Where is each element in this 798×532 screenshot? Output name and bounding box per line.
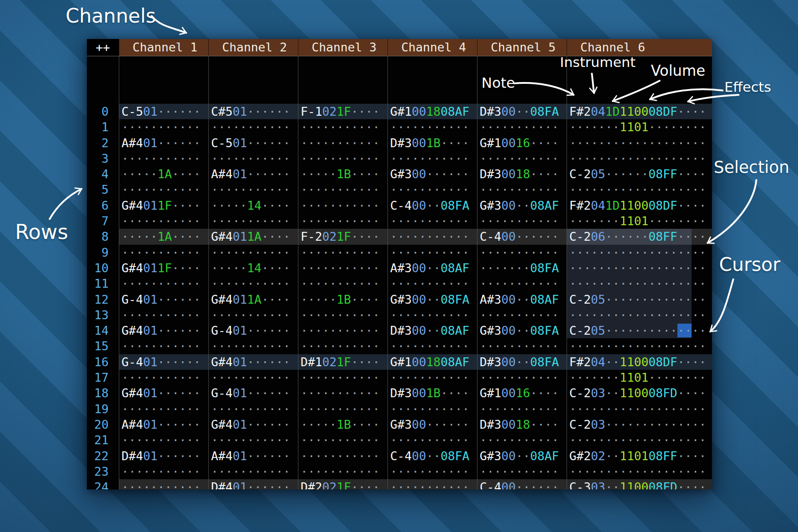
note-field[interactable]: C-2 — [569, 230, 591, 243]
pattern-cell[interactable]: ·······1101········ — [567, 119, 712, 135]
volume-field[interactable]: ·· — [605, 371, 620, 384]
effect-field-1[interactable]: ···· — [441, 183, 469, 196]
pattern-cell[interactable]: ··········· — [477, 276, 567, 291]
effect-field-1[interactable]: ···· — [441, 465, 469, 478]
pattern-cell[interactable]: ·····14···· — [208, 198, 298, 213]
instrument-field[interactable]: 05 — [591, 293, 606, 306]
volume-field[interactable]: ·· — [157, 480, 172, 489]
note-field[interactable]: C-3 — [569, 480, 591, 489]
volume-field[interactable]: ·· — [516, 324, 530, 337]
effect-field-1[interactable]: ···· — [620, 136, 649, 150]
note-field[interactable]: ··· — [211, 308, 233, 322]
volume-field[interactable]: ·· — [426, 246, 441, 259]
effect-field-3[interactable]: ···· — [677, 324, 706, 337]
effect-field-1[interactable]: ···· — [441, 386, 469, 400]
volume-field[interactable]: ·· — [605, 324, 620, 337]
effect-field-1[interactable]: 08FA — [530, 324, 559, 337]
pattern-cell[interactable]: ··········· — [119, 401, 208, 417]
effect-field-1[interactable]: ···· — [262, 465, 290, 478]
note-field[interactable]: G#2 — [569, 449, 591, 463]
instrument-field[interactable]: 06 — [591, 230, 606, 243]
effect-field-1[interactable]: ···· — [441, 308, 469, 322]
pattern-cell[interactable]: ··················· — [567, 464, 712, 479]
volume-field[interactable]: ·· — [336, 449, 351, 463]
volume-field[interactable]: 14 — [247, 261, 262, 275]
instrument-field[interactable]: ·· — [322, 402, 337, 416]
volume-field[interactable]: 1B — [426, 136, 441, 150]
effect-field-1[interactable]: ···· — [441, 277, 469, 290]
pattern-cell[interactable]: ··········· — [477, 338, 567, 354]
effect-field-3[interactable]: ···· — [677, 230, 706, 243]
note-field[interactable]: ··· — [301, 199, 322, 212]
instrument-field[interactable]: ·· — [322, 339, 337, 353]
volume-field[interactable]: ·· — [336, 339, 351, 353]
effect-field-1[interactable]: ···· — [351, 402, 380, 416]
effect-field-1[interactable]: ···· — [620, 152, 649, 165]
instrument-field[interactable]: ·· — [233, 152, 247, 165]
instrument-field[interactable]: 01 — [143, 449, 158, 463]
instrument-field[interactable]: 00 — [412, 167, 426, 181]
instrument-field[interactable]: 00 — [501, 105, 516, 118]
effect-field-3[interactable]: ···· — [677, 105, 706, 118]
instrument-field[interactable]: ·· — [501, 371, 516, 384]
volume-field[interactable]: ·· — [516, 480, 530, 489]
instrument-field[interactable]: ·· — [322, 167, 337, 181]
volume-field[interactable]: ·· — [247, 246, 262, 259]
volume-field[interactable]: ·· — [157, 402, 172, 416]
pattern-cell[interactable]: ··········· — [477, 182, 567, 197]
pattern-cell[interactable]: C-205······08FF···· — [567, 166, 712, 182]
effect-field-3[interactable]: ···· — [677, 418, 706, 431]
effect-field-3[interactable]: ···· — [677, 199, 706, 212]
instrument-field[interactable]: 01 — [143, 136, 158, 150]
pattern-cell[interactable]: ··········· — [477, 119, 567, 135]
channel-header-4[interactable]: Channel 4 — [387, 39, 477, 56]
volume-field[interactable]: ·· — [426, 371, 441, 384]
pattern-cell[interactable]: ··········· — [477, 432, 567, 448]
note-field[interactable]: G#1 — [480, 386, 501, 400]
effect-field-1[interactable]: ···· — [441, 246, 469, 259]
effect-field-1[interactable]: ···· — [351, 480, 380, 489]
note-field[interactable]: G-4 — [211, 324, 233, 337]
note-field[interactable]: G#1 — [390, 105, 412, 118]
effect-field-3[interactable]: ···· — [677, 339, 706, 353]
effect-field-1[interactable]: ···· — [262, 355, 290, 369]
volume-field[interactable]: ·· — [426, 402, 441, 416]
effect-field-1[interactable]: ···· — [530, 308, 559, 322]
instrument-field[interactable]: ·· — [143, 214, 158, 228]
note-field[interactable]: ··· — [121, 371, 143, 384]
volume-field[interactable]: ·· — [157, 246, 172, 259]
instrument-field[interactable]: ·· — [322, 386, 337, 400]
instrument-field[interactable]: 01 — [233, 167, 247, 181]
instrument-field[interactable]: ·· — [412, 371, 426, 384]
instrument-field[interactable]: ·· — [412, 433, 426, 447]
effect-field-1[interactable]: ···· — [172, 480, 201, 489]
pattern-cell[interactable]: C-205·············· — [567, 323, 712, 338]
instrument-field[interactable]: ·· — [322, 308, 337, 322]
effect-field-2[interactable]: ···· — [649, 120, 677, 134]
pattern-cell[interactable]: ··········· — [387, 432, 477, 448]
effect-field-1[interactable]: ···· — [530, 167, 559, 181]
effect-field-2[interactable]: 08FD — [649, 480, 677, 489]
effect-field-2[interactable]: ···· — [649, 136, 677, 150]
pattern-cell[interactable]: ··········· — [119, 276, 208, 291]
volume-field[interactable]: 14 — [247, 199, 262, 212]
pattern-cell[interactable]: G#401······ — [208, 354, 298, 370]
pattern-cell[interactable]: F#204··110008DF···· — [567, 354, 712, 370]
instrument-field[interactable]: ·· — [233, 277, 247, 290]
note-field[interactable]: ··· — [121, 230, 143, 243]
instrument-field[interactable]: ·· — [412, 152, 426, 165]
effect-field-1[interactable]: ···· — [441, 167, 469, 181]
pattern-cell[interactable]: ··········· — [477, 401, 567, 417]
instrument-field[interactable]: 00 — [501, 418, 516, 431]
effect-field-1[interactable]: ···· — [530, 152, 559, 165]
note-field[interactable]: ··· — [301, 371, 322, 384]
volume-field[interactable]: ·· — [247, 449, 262, 463]
note-field[interactable]: ··· — [569, 277, 591, 290]
volume-field[interactable]: ·· — [247, 465, 262, 478]
volume-field[interactable]: ·· — [336, 199, 351, 212]
pattern-cell[interactable]: ··········· — [119, 307, 208, 323]
pattern-cell[interactable]: G#300··08FA — [387, 292, 477, 307]
volume-field[interactable]: ·· — [426, 152, 441, 165]
volume-field[interactable]: ·· — [247, 183, 262, 196]
effect-field-1[interactable]: ···· — [441, 433, 469, 447]
